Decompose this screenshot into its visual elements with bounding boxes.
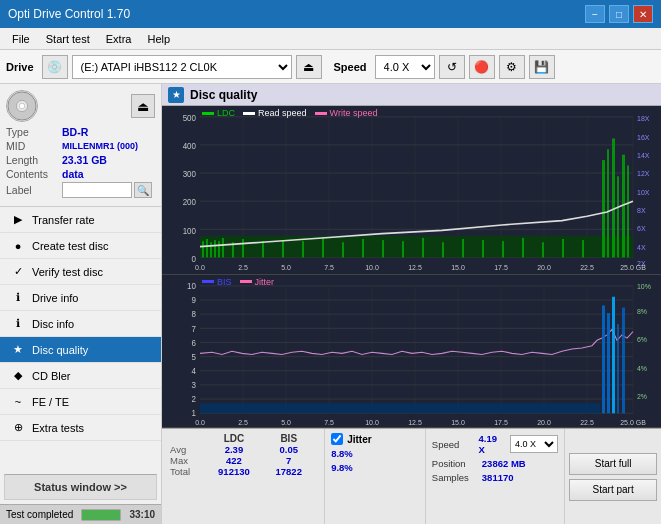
speed-select[interactable]: 4.0 X	[375, 55, 435, 79]
length-value: 23.31 GB	[62, 154, 107, 166]
chart1-legend: LDC Read speed Write speed	[202, 108, 377, 118]
menu-bar: File Start test Extra Help	[0, 28, 661, 50]
start-part-button[interactable]: Start part	[569, 479, 657, 501]
avg-jitter: 8.8%	[331, 448, 419, 459]
svg-rect-37	[422, 238, 424, 257]
svg-rect-24	[214, 240, 216, 257]
svg-text:6X: 6X	[637, 224, 646, 233]
sidebar-item-extra-tests[interactable]: ⊕ Extra tests	[0, 415, 161, 441]
sidebar-item-cd-bler[interactable]: ◆ CD Bler	[0, 363, 161, 389]
svg-text:2.5: 2.5	[238, 263, 248, 272]
svg-rect-101	[607, 313, 610, 413]
drive-select[interactable]: (E:) ATAPI iHBS112 2 CL0K	[72, 55, 292, 79]
svg-text:7: 7	[192, 323, 197, 333]
disc-eject-button[interactable]: ⏏	[131, 94, 155, 118]
sidebar-item-create-test-disc[interactable]: ● Create test disc	[0, 233, 161, 259]
svg-rect-47	[607, 149, 609, 257]
maximize-button[interactable]: □	[609, 5, 629, 23]
label-input[interactable]	[62, 182, 132, 198]
bis-chart-svg: 10 9 8 7 6 5 4 3 2 1 10% 8% 6% 4% 2%	[162, 275, 661, 427]
read-speed-legend: Read speed	[258, 108, 307, 118]
burn-button[interactable]: 🔴	[469, 55, 495, 79]
transfer-rate-label: Transfer rate	[32, 214, 95, 226]
drive-info-icon: ℹ	[10, 290, 26, 306]
jitter-section: Jitter 8.8% 9.8%	[325, 429, 426, 524]
svg-text:10X: 10X	[637, 187, 650, 196]
svg-rect-41	[502, 241, 504, 257]
svg-point-2	[19, 103, 25, 109]
svg-rect-21	[202, 241, 204, 257]
svg-text:2.5: 2.5	[238, 418, 248, 427]
label-label: Label	[6, 184, 62, 196]
avg-ldc: 2.39	[207, 444, 262, 455]
start-full-button[interactable]: Start full	[569, 453, 657, 475]
sidebar-item-fe-te[interactable]: ~ FE / TE	[0, 389, 161, 415]
svg-text:10: 10	[187, 280, 196, 290]
svg-text:25.0 GB: 25.0 GB	[620, 418, 646, 427]
bottom-bar: Test completed 33:10	[0, 504, 161, 524]
stats-main: LDC BIS Avg 2.39 0.05 Max 422 7	[162, 429, 661, 524]
ldc-col-header: LDC	[207, 433, 262, 444]
menu-extra[interactable]: Extra	[98, 31, 140, 47]
chart2-legend: BIS Jitter	[202, 277, 274, 287]
dq-title: Disc quality	[190, 88, 257, 102]
close-button[interactable]: ✕	[633, 5, 653, 23]
stats-table-section: LDC BIS Avg 2.39 0.05 Max 422 7	[162, 429, 325, 524]
avg-bis: 0.05	[261, 444, 316, 455]
speed-stat-value: 4.19 X	[478, 433, 503, 455]
svg-rect-22	[206, 239, 208, 257]
main-layout: ⏏ Type BD-R MID MILLENMR1 (000) Length 2…	[0, 84, 661, 524]
svg-text:9: 9	[192, 295, 197, 305]
dq-icon: ★	[168, 87, 184, 103]
svg-text:17.5: 17.5	[494, 263, 508, 272]
save-button[interactable]: 💾	[529, 55, 555, 79]
svg-text:0.0: 0.0	[195, 418, 205, 427]
speed-stat-select[interactable]: 4.0 X	[510, 435, 558, 453]
svg-text:20.0: 20.0	[537, 418, 551, 427]
svg-text:100: 100	[183, 225, 197, 235]
length-label: Length	[6, 154, 62, 166]
svg-rect-39	[462, 239, 464, 257]
menu-start-test[interactable]: Start test	[38, 31, 98, 47]
sidebar-item-disc-info[interactable]: ℹ Disc info	[0, 311, 161, 337]
svg-text:7.5: 7.5	[324, 263, 334, 272]
label-search-button[interactable]: 🔍	[134, 182, 152, 198]
svg-rect-20	[200, 236, 633, 258]
svg-text:4X: 4X	[637, 243, 646, 252]
menu-help[interactable]: Help	[139, 31, 178, 47]
svg-text:5.0: 5.0	[281, 418, 291, 427]
svg-rect-103	[617, 324, 619, 413]
drive-icon: 💿	[42, 55, 68, 79]
drive-info-label: Drive info	[32, 292, 78, 304]
toolbar: Drive 💿 (E:) ATAPI iHBS112 2 CL0K ⏏ Spee…	[0, 50, 661, 84]
svg-rect-28	[242, 239, 244, 257]
settings-button[interactable]: ⚙	[499, 55, 525, 79]
refresh-button[interactable]: ↺	[439, 55, 465, 79]
eject-button[interactable]: ⏏	[296, 55, 322, 79]
disc-info-table: Type BD-R MID MILLENMR1 (000) Length 23.…	[6, 126, 155, 198]
menu-file[interactable]: File	[4, 31, 38, 47]
svg-text:6%: 6%	[637, 335, 648, 344]
sidebar-item-transfer-rate[interactable]: ▶ Transfer rate	[0, 207, 161, 233]
progress-bar-fill	[82, 510, 120, 520]
max-bis: 7	[261, 455, 316, 466]
minimize-button[interactable]: −	[585, 5, 605, 23]
jitter-checkbox[interactable]	[331, 433, 343, 445]
status-window-button[interactable]: Status window >>	[4, 474, 157, 500]
sidebar-item-disc-quality[interactable]: ★ Disc quality	[0, 337, 161, 363]
svg-text:4: 4	[192, 365, 197, 375]
sidebar-item-verify-test-disc[interactable]: ✓ Verify test disc	[0, 259, 161, 285]
sidebar-item-drive-info[interactable]: ℹ Drive info	[0, 285, 161, 311]
svg-text:8%: 8%	[637, 307, 648, 316]
disc-info-label: Disc info	[32, 318, 74, 330]
sidebar: ⏏ Type BD-R MID MILLENMR1 (000) Length 2…	[0, 84, 162, 524]
verify-test-icon: ✓	[10, 264, 26, 280]
ldc-chart: LDC Read speed Write speed	[162, 106, 661, 275]
extra-tests-icon: ⊕	[10, 420, 26, 436]
svg-text:5: 5	[192, 351, 197, 361]
max-label: Max	[170, 455, 207, 466]
svg-text:2: 2	[192, 394, 197, 404]
svg-text:6: 6	[192, 337, 197, 347]
transfer-rate-icon: ▶	[10, 212, 26, 228]
disc-panel: ⏏ Type BD-R MID MILLENMR1 (000) Length 2…	[0, 84, 161, 207]
